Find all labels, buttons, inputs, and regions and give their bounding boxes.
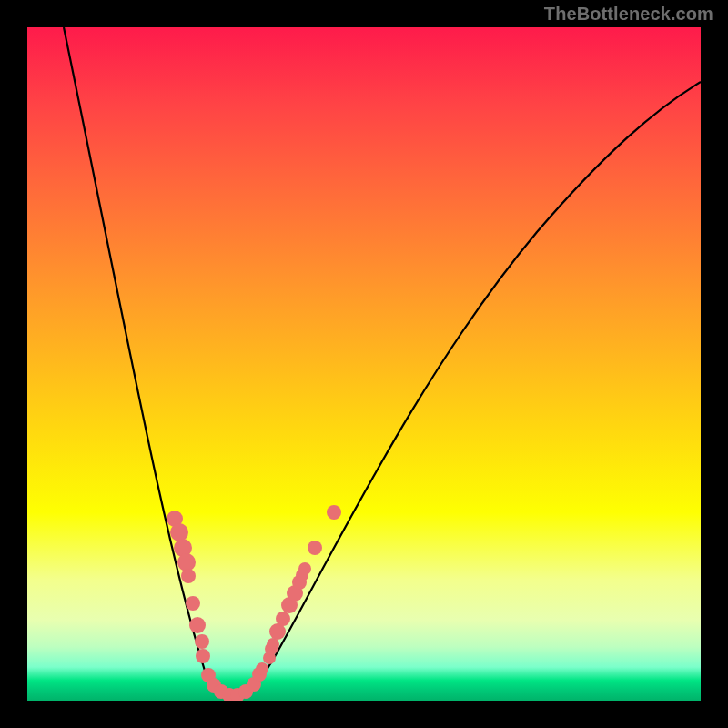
data-point <box>327 505 341 520</box>
data-point <box>195 634 209 649</box>
data-point <box>256 662 268 675</box>
data-point <box>177 553 196 571</box>
data-point <box>196 649 210 663</box>
chart-frame: TheBottleneck.com <box>0 0 728 728</box>
chart-svg <box>27 27 701 701</box>
data-point <box>170 523 188 541</box>
data-point <box>186 596 200 611</box>
data-point <box>298 562 311 575</box>
data-point <box>181 569 196 583</box>
data-point <box>308 541 322 555</box>
data-points <box>167 505 341 701</box>
data-point <box>189 617 206 633</box>
data-point <box>276 612 290 626</box>
data-point <box>267 638 279 651</box>
attribution-text: TheBottleneck.com <box>544 4 713 25</box>
bottleneck-curve <box>64 27 701 696</box>
plot-area <box>27 27 701 701</box>
